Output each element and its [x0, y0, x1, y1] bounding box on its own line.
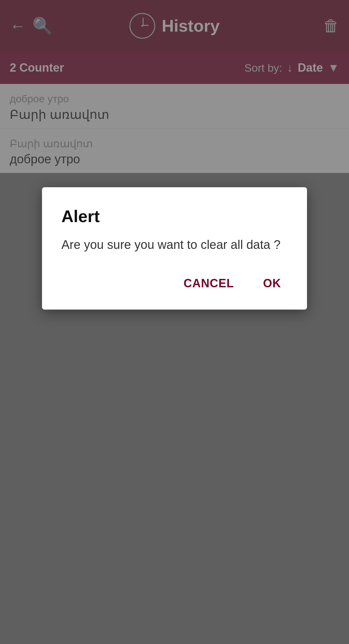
- alert-dialog: Alert Are you sure you want to clear all…: [42, 187, 307, 310]
- cancel-button[interactable]: CANCEL: [177, 273, 240, 293]
- dialog-actions: CANCEL OK: [61, 273, 288, 293]
- dialog-title: Alert: [61, 207, 288, 226]
- dialog-message: Are you sure you want to clear all data …: [61, 236, 288, 254]
- dialog-overlay: Alert Are you sure you want to clear all…: [0, 0, 349, 644]
- ok-button[interactable]: OK: [257, 273, 288, 293]
